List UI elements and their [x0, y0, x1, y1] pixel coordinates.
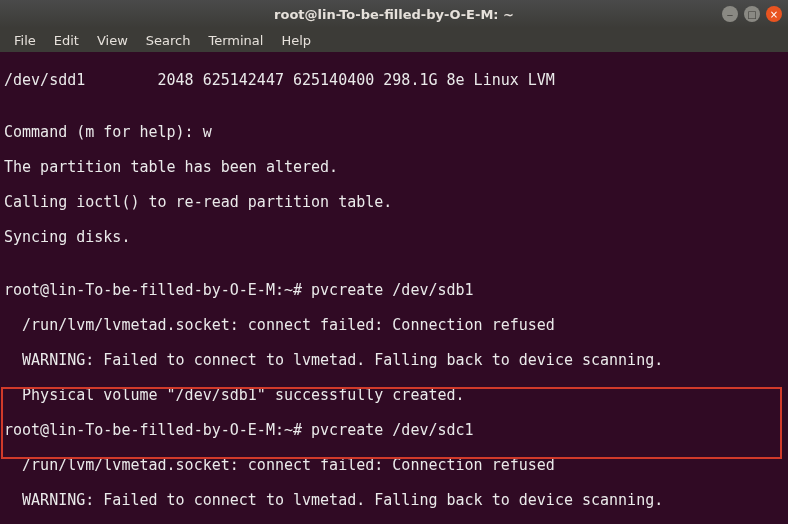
terminal-line: /dev/sdd1 2048 625142447 625140400 298.1…: [4, 72, 784, 90]
window-title: root@lin-To-be-filled-by-O-E-M: ~: [274, 7, 514, 22]
minimize-button[interactable]: ‒: [722, 6, 738, 22]
menu-edit[interactable]: Edit: [46, 31, 87, 50]
terminal-line: /run/lvm/lvmetad.socket: connect failed:…: [4, 457, 784, 475]
menu-terminal[interactable]: Terminal: [200, 31, 271, 50]
terminal-line: WARNING: Failed to connect to lvmetad. F…: [4, 352, 784, 370]
terminal-line: Command (m for help): w: [4, 124, 784, 142]
menubar: File Edit View Search Terminal Help: [0, 28, 788, 52]
menu-search[interactable]: Search: [138, 31, 199, 50]
terminal-line: root@lin-To-be-filled-by-O-E-M:~# pvcrea…: [4, 282, 784, 300]
close-button[interactable]: ×: [766, 6, 782, 22]
menu-help[interactable]: Help: [273, 31, 319, 50]
maximize-button[interactable]: □: [744, 6, 760, 22]
terminal-line: root@lin-To-be-filled-by-O-E-M:~# pvcrea…: [4, 422, 784, 440]
terminal-line: /run/lvm/lvmetad.socket: connect failed:…: [4, 317, 784, 335]
terminal-line: Physical volume "/dev/sdb1" successfully…: [4, 387, 784, 405]
terminal-line: Calling ioctl() to re-read partition tab…: [4, 194, 784, 212]
terminal-line: Syncing disks.: [4, 229, 784, 247]
terminal-content[interactable]: /dev/sdd1 2048 625142447 625140400 298.1…: [0, 52, 788, 524]
titlebar: root@lin-To-be-filled-by-O-E-M: ~ ‒ □ ×: [0, 0, 788, 28]
menu-view[interactable]: View: [89, 31, 136, 50]
window-buttons: ‒ □ ×: [722, 6, 782, 22]
menu-file[interactable]: File: [6, 31, 44, 50]
terminal-line: The partition table has been altered.: [4, 159, 784, 177]
terminal-line: WARNING: Failed to connect to lvmetad. F…: [4, 492, 784, 510]
